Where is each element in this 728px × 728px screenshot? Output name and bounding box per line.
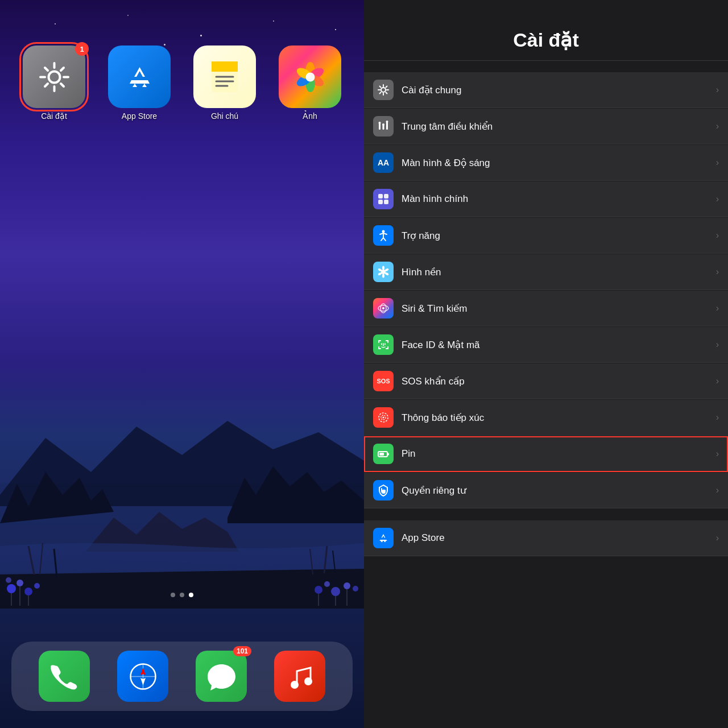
home-screen-chevron: › (716, 194, 719, 204)
settings-row-accessibility[interactable]: Trợ năng › (364, 218, 728, 254)
battery-label: Pin (402, 448, 716, 460)
settings-row-home-screen[interactable]: Màn hình chính › (364, 181, 728, 217)
app-item-notes[interactable]: Ghi chú (188, 46, 262, 121)
page-dot-2[interactable] (189, 593, 193, 597)
siri-chevron: › (716, 303, 719, 313)
appstore-settings-label: App Store (402, 532, 716, 544)
svg-line-58 (386, 86, 387, 88)
settings-list[interactable]: Cài đặt chung › Trung tâm điều khiển › (364, 61, 728, 728)
svg-point-50 (304, 677, 312, 685)
settings-row-siri[interactable]: Siri & Tìm kiếm › (364, 291, 728, 326)
svg-line-59 (380, 92, 381, 93)
settings-panel: Cài đặt (364, 0, 728, 728)
dock-app-messages[interactable]: 101 (196, 651, 247, 702)
page-dots (0, 593, 364, 597)
general-chevron: › (716, 85, 719, 95)
settings-row-display[interactable]: AA Màn hình & Độ sáng › (364, 145, 728, 181)
svg-point-63 (379, 122, 381, 124)
dock-app-music[interactable] (274, 651, 325, 702)
svg-point-70 (382, 230, 385, 233)
dock-app-safari[interactable] (117, 651, 168, 702)
settings-row-battery[interactable]: Pin › (364, 436, 728, 472)
settings-badge: 1 (75, 42, 89, 56)
faceid-label: Face ID & Mật mã (402, 339, 716, 351)
settings-row-control-center[interactable]: Trung tâm điều khiển › (364, 109, 728, 144)
appstore-settings-icon (373, 528, 394, 548)
svg-line-6 (333, 551, 336, 576)
page-dot-1[interactable] (180, 593, 184, 597)
settings-row-wallpaper[interactable]: Hình nền › (364, 254, 728, 290)
appstore-label: App Store (122, 111, 157, 121)
svg-line-29 (61, 84, 64, 86)
faceid-chevron: › (716, 340, 719, 350)
svg-point-7 (7, 584, 16, 593)
svg-point-8 (16, 580, 23, 586)
control-center-label: Trung tâm điều khiển (402, 121, 716, 133)
home-screen-icon (373, 189, 394, 209)
page-dot-0[interactable] (171, 593, 175, 597)
section-gap-bottom (364, 557, 728, 568)
privacy-chevron: › (716, 485, 719, 495)
app-grid: 1 Cài đặt App Store (0, 34, 364, 132)
privacy-label: Quyền riêng tư (402, 485, 716, 497)
svg-point-19 (353, 586, 358, 592)
svg-rect-67 (384, 194, 388, 198)
svg-point-75 (382, 274, 384, 278)
svg-line-56 (380, 86, 381, 88)
photos-label: Ảnh (303, 111, 317, 121)
flowers-bg (0, 549, 364, 606)
svg-line-1 (28, 546, 34, 574)
svg-point-18 (344, 582, 350, 589)
svg-rect-68 (378, 200, 383, 204)
app-item-photos[interactable]: Ảnh (273, 46, 347, 121)
settings-title: Cài đặt (378, 28, 714, 51)
photos-app-icon[interactable] (279, 46, 341, 108)
appstore-app-icon[interactable] (108, 46, 171, 108)
svg-point-9 (6, 577, 11, 583)
svg-line-3 (54, 549, 57, 577)
exposure-chevron: › (716, 412, 719, 423)
privacy-icon (373, 480, 394, 500)
svg-line-31 (45, 84, 48, 86)
svg-point-23 (48, 71, 60, 82)
settings-app-icon[interactable]: 1 (23, 46, 85, 108)
svg-rect-0 (0, 483, 364, 609)
settings-row-exposure[interactable]: Thông báo tiếp xúc › (364, 400, 728, 436)
accessibility-icon (373, 225, 394, 246)
exposure-icon (373, 407, 394, 428)
battery-icon (373, 444, 394, 464)
faceid-icon (373, 334, 394, 355)
svg-rect-88 (387, 453, 389, 456)
control-center-chevron: › (716, 121, 719, 131)
exposure-label: Thông báo tiếp xúc (402, 412, 716, 424)
svg-point-86 (383, 417, 384, 419)
svg-rect-69 (384, 200, 388, 204)
settings-row-general[interactable]: Cài đặt chung › (364, 72, 728, 108)
sos-label: SOS khẩn cấp (402, 375, 716, 387)
svg-rect-66 (378, 194, 383, 198)
display-icon: AA (373, 152, 394, 173)
control-center-icon (373, 116, 394, 136)
svg-line-4 (310, 549, 313, 574)
svg-line-57 (386, 92, 387, 93)
app-item-appstore[interactable]: App Store (102, 46, 176, 121)
notes-app-icon[interactable] (193, 46, 256, 108)
settings-row-faceid[interactable]: Face ID & Mật mã › (364, 327, 728, 363)
home-screen: 1 Cài đặt App Store (0, 0, 364, 728)
messages-badge: 101 (233, 646, 251, 656)
settings-row-appstore[interactable]: App Store › (364, 520, 728, 556)
app-item-settings[interactable]: 1 Cài đặt (17, 46, 91, 121)
settings-row-privacy[interactable]: Quyền riêng tư › (364, 473, 728, 508)
settings-header: Cài đặt (364, 0, 728, 61)
dock-app-phone[interactable] (39, 651, 90, 702)
sos-chevron: › (716, 376, 719, 386)
svg-line-28 (45, 68, 48, 71)
svg-point-43 (305, 72, 315, 81)
settings-row-sos[interactable]: SOS SOS khẩn cấp › (364, 363, 728, 399)
general-icon (373, 80, 394, 100)
home-screen-label: Màn hình chính (402, 193, 716, 205)
notes-label: Ghi chú (211, 111, 238, 121)
siri-label: Siri & Tìm kiếm (402, 303, 716, 315)
svg-rect-33 (212, 61, 238, 72)
accessibility-chevron: › (716, 230, 719, 241)
